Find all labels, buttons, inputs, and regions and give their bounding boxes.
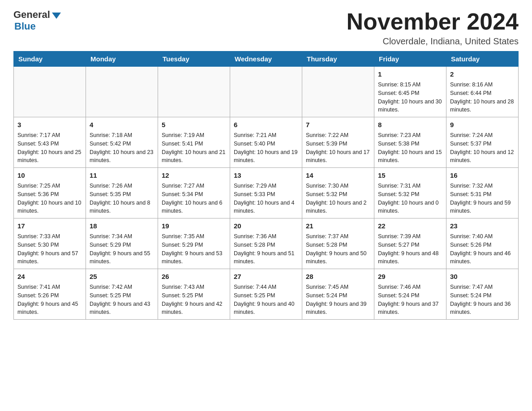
calendar-cell: 16Sunrise: 7:32 AM Sunset: 5:31 PM Dayli… — [446, 168, 519, 218]
day-info: Sunrise: 7:41 AM Sunset: 5:26 PM Dayligh… — [17, 283, 82, 317]
calendar-week-row: 3Sunrise: 7:17 AM Sunset: 5:43 PM Daylig… — [14, 117, 519, 168]
day-number: 11 — [90, 171, 154, 180]
calendar-cell: 10Sunrise: 7:25 AM Sunset: 5:36 PM Dayli… — [14, 168, 86, 218]
calendar-header-row: SundayMondayTuesdayWednesdayThursdayFrid… — [14, 51, 519, 67]
day-number: 9 — [450, 120, 515, 129]
day-info: Sunrise: 7:33 AM Sunset: 5:30 PM Dayligh… — [17, 232, 82, 266]
calendar-cell — [14, 67, 86, 117]
page-header: General Blue November 2024 Cloverdale, I… — [13, 9, 519, 47]
calendar-cell: 12Sunrise: 7:27 AM Sunset: 5:34 PM Dayli… — [158, 168, 230, 218]
day-number: 14 — [306, 171, 370, 180]
calendar-cell: 4Sunrise: 7:18 AM Sunset: 5:42 PM Daylig… — [86, 117, 158, 168]
day-info: Sunrise: 7:17 AM Sunset: 5:43 PM Dayligh… — [17, 131, 82, 165]
calendar-day-header: Monday — [86, 51, 158, 67]
calendar-cell — [158, 67, 230, 117]
calendar-day-header: Sunday — [14, 51, 86, 67]
day-number: 5 — [162, 120, 226, 129]
logo-arrow-icon — [52, 13, 61, 19]
calendar-cell: 18Sunrise: 7:34 AM Sunset: 5:29 PM Dayli… — [86, 218, 158, 269]
calendar-day-header: Thursday — [302, 51, 374, 67]
day-info: Sunrise: 7:22 AM Sunset: 5:39 PM Dayligh… — [306, 131, 370, 165]
day-number: 24 — [17, 272, 82, 281]
day-info: Sunrise: 7:42 AM Sunset: 5:25 PM Dayligh… — [90, 283, 154, 317]
day-number: 7 — [306, 120, 370, 129]
calendar-week-row: 24Sunrise: 7:41 AM Sunset: 5:26 PM Dayli… — [14, 269, 519, 320]
calendar-cell: 19Sunrise: 7:35 AM Sunset: 5:29 PM Dayli… — [158, 218, 230, 269]
calendar-cell: 22Sunrise: 7:39 AM Sunset: 5:27 PM Dayli… — [374, 218, 446, 269]
day-number: 2 — [450, 69, 515, 79]
calendar-day-header: Saturday — [446, 51, 519, 67]
calendar-cell: 29Sunrise: 7:46 AM Sunset: 5:24 PM Dayli… — [374, 269, 446, 320]
day-number: 21 — [306, 221, 370, 231]
day-info: Sunrise: 7:19 AM Sunset: 5:41 PM Dayligh… — [162, 131, 226, 165]
calendar-week-row: 10Sunrise: 7:25 AM Sunset: 5:36 PM Dayli… — [14, 168, 519, 218]
day-number: 13 — [234, 171, 298, 180]
calendar-table: SundayMondayTuesdayWednesdayThursdayFrid… — [13, 51, 519, 320]
day-info: Sunrise: 7:35 AM Sunset: 5:29 PM Dayligh… — [162, 232, 226, 266]
day-number: 25 — [90, 272, 154, 281]
day-info: Sunrise: 7:34 AM Sunset: 5:29 PM Dayligh… — [90, 232, 154, 266]
day-info: Sunrise: 7:23 AM Sunset: 5:38 PM Dayligh… — [378, 131, 442, 165]
calendar-day-header: Wednesday — [230, 51, 302, 67]
calendar-cell: 17Sunrise: 7:33 AM Sunset: 5:30 PM Dayli… — [14, 218, 86, 269]
day-info: Sunrise: 7:25 AM Sunset: 5:36 PM Dayligh… — [17, 182, 82, 215]
day-info: Sunrise: 7:45 AM Sunset: 5:24 PM Dayligh… — [306, 283, 370, 317]
calendar-cell: 26Sunrise: 7:43 AM Sunset: 5:25 PM Dayli… — [158, 269, 230, 320]
day-info: Sunrise: 7:44 AM Sunset: 5:25 PM Dayligh… — [234, 283, 298, 317]
month-title: November 2024 — [347, 9, 519, 34]
day-info: Sunrise: 7:39 AM Sunset: 5:27 PM Dayligh… — [378, 232, 442, 266]
calendar-cell: 6Sunrise: 7:21 AM Sunset: 5:40 PM Daylig… — [230, 117, 302, 168]
day-info: Sunrise: 7:27 AM Sunset: 5:34 PM Dayligh… — [162, 182, 226, 215]
calendar-cell: 30Sunrise: 7:47 AM Sunset: 5:24 PM Dayli… — [446, 269, 519, 320]
day-number: 15 — [378, 171, 442, 180]
calendar-cell: 8Sunrise: 7:23 AM Sunset: 5:38 PM Daylig… — [374, 117, 446, 168]
logo-general-text: General — [13, 9, 50, 21]
calendar-cell — [302, 67, 374, 117]
day-number: 4 — [90, 120, 154, 129]
calendar-cell: 28Sunrise: 7:45 AM Sunset: 5:24 PM Dayli… — [302, 269, 374, 320]
calendar-week-row: 17Sunrise: 7:33 AM Sunset: 5:30 PM Dayli… — [14, 218, 519, 269]
title-block: November 2024 Cloverdale, Indiana, Unite… — [347, 9, 519, 47]
calendar-cell: 27Sunrise: 7:44 AM Sunset: 5:25 PM Dayli… — [230, 269, 302, 320]
day-info: Sunrise: 7:36 AM Sunset: 5:28 PM Dayligh… — [234, 232, 298, 266]
calendar-cell: 25Sunrise: 7:42 AM Sunset: 5:25 PM Dayli… — [86, 269, 158, 320]
day-number: 18 — [90, 221, 154, 231]
calendar-cell: 23Sunrise: 7:40 AM Sunset: 5:26 PM Dayli… — [446, 218, 519, 269]
calendar-cell: 21Sunrise: 7:37 AM Sunset: 5:28 PM Dayli… — [302, 218, 374, 269]
calendar-day-header: Friday — [374, 51, 446, 67]
calendar-cell: 2Sunrise: 8:16 AM Sunset: 6:44 PM Daylig… — [446, 67, 519, 117]
day-number: 23 — [450, 221, 515, 231]
day-info: Sunrise: 7:46 AM Sunset: 5:24 PM Dayligh… — [378, 283, 442, 317]
calendar-cell — [230, 67, 302, 117]
day-number: 17 — [17, 221, 82, 231]
calendar-cell: 13Sunrise: 7:29 AM Sunset: 5:33 PM Dayli… — [230, 168, 302, 218]
day-number: 1 — [378, 69, 442, 79]
day-number: 10 — [17, 171, 82, 180]
location-text: Cloverdale, Indiana, United States — [347, 36, 519, 47]
day-info: Sunrise: 7:43 AM Sunset: 5:25 PM Dayligh… — [162, 283, 226, 317]
day-number: 6 — [234, 120, 298, 129]
day-info: Sunrise: 7:24 AM Sunset: 5:37 PM Dayligh… — [450, 131, 515, 165]
calendar-cell: 3Sunrise: 7:17 AM Sunset: 5:43 PM Daylig… — [14, 117, 86, 168]
day-info: Sunrise: 7:21 AM Sunset: 5:40 PM Dayligh… — [234, 131, 298, 165]
calendar-cell: 24Sunrise: 7:41 AM Sunset: 5:26 PM Dayli… — [14, 269, 86, 320]
calendar-cell: 5Sunrise: 7:19 AM Sunset: 5:41 PM Daylig… — [158, 117, 230, 168]
day-info: Sunrise: 8:15 AM Sunset: 6:45 PM Dayligh… — [378, 81, 442, 114]
calendar-cell — [86, 67, 158, 117]
day-info: Sunrise: 7:31 AM Sunset: 5:32 PM Dayligh… — [378, 182, 442, 215]
day-number: 8 — [378, 120, 442, 129]
logo-blue-text: Blue — [14, 21, 36, 32]
calendar-cell: 1Sunrise: 8:15 AM Sunset: 6:45 PM Daylig… — [374, 67, 446, 117]
day-number: 19 — [162, 221, 226, 231]
calendar-cell: 14Sunrise: 7:30 AM Sunset: 5:32 PM Dayli… — [302, 168, 374, 218]
day-number: 26 — [162, 272, 226, 281]
day-number: 28 — [306, 272, 370, 281]
day-number: 12 — [162, 171, 226, 180]
day-number: 27 — [234, 272, 298, 281]
day-info: Sunrise: 7:32 AM Sunset: 5:31 PM Dayligh… — [450, 182, 515, 215]
day-number: 20 — [234, 221, 298, 231]
calendar-week-row: 1Sunrise: 8:15 AM Sunset: 6:45 PM Daylig… — [14, 67, 519, 117]
calendar-day-header: Tuesday — [158, 51, 230, 67]
day-info: Sunrise: 7:37 AM Sunset: 5:28 PM Dayligh… — [306, 232, 370, 266]
day-number: 30 — [450, 272, 515, 281]
